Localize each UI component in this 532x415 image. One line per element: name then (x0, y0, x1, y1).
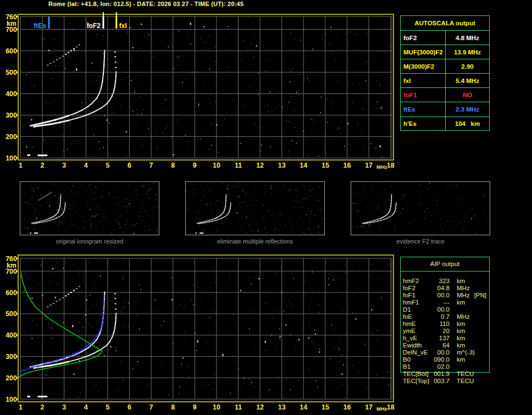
svg-text:fxI: fxI (119, 22, 127, 30)
top-ionogram-plot: 100200300400500600700760km12345678910111… (0, 10, 401, 175)
svg-text:6: 6 (128, 403, 131, 411)
svg-text:500: 500 (5, 310, 17, 318)
autoscala-table-header: AUTOSCALA output (401, 16, 489, 30)
svg-text:3: 3 (62, 162, 66, 169)
svg-text:foF2: foF2 (87, 22, 101, 30)
param-label: h'Es (401, 117, 445, 131)
svg-text:4: 4 (84, 162, 88, 169)
param-value: 64 (431, 342, 450, 348)
param-unit: km (457, 335, 465, 341)
table-row: h_vE 137 km (400, 334, 490, 341)
thumbnail-no-reflections (185, 181, 325, 235)
svg-text:15: 15 (322, 403, 329, 411)
svg-text:500: 500 (5, 69, 17, 76)
param-name: hmE (400, 320, 431, 327)
svg-text:600: 600 (5, 289, 17, 297)
table-row: DelN_vE 00.0 m^(-3) (400, 348, 490, 356)
svg-text:8: 8 (171, 162, 175, 169)
svg-text:200: 200 (5, 133, 17, 141)
param-value: 5.4 MHz (445, 74, 489, 87)
param-unit: km (457, 342, 465, 348)
svg-text:14: 14 (300, 162, 307, 169)
svg-text:ftEs: ftEs (34, 22, 46, 30)
svg-text:km: km (7, 20, 16, 27)
param-value: 104 km (445, 117, 489, 131)
svg-text:10: 10 (213, 162, 220, 169)
svg-text:400: 400 (5, 331, 17, 339)
autoscala-screen: Rome (lat: +41.8, lon: 012.5) - DATE: 20… (0, 0, 532, 415)
table-row: foF1 00.0 MHz [PN] (400, 291, 490, 298)
svg-text:100: 100 (5, 154, 17, 162)
aip-rows: hmF2 323 km foF2 04.8 MHz foF1 00.0 MHz … (400, 277, 490, 384)
svg-text:5: 5 (106, 162, 109, 169)
table-row: ymE 20 km (400, 327, 490, 334)
svg-text:100: 100 (5, 396, 17, 403)
table-row: MUF(3000)F2 13.9 MHz (401, 45, 489, 59)
svg-text:9: 9 (193, 403, 197, 411)
aip-table-header: AIP output (400, 257, 490, 272)
svg-text:6: 6 (128, 162, 131, 169)
param-name: TEC[Top] (400, 378, 431, 384)
svg-text:600: 600 (5, 47, 17, 55)
table-row: B0 090.0 km (400, 356, 490, 363)
svg-text:3: 3 (62, 403, 66, 411)
table-row: TEC[Bot] 001.9 TECU (400, 370, 490, 377)
svg-text:8: 8 (171, 403, 175, 411)
param-name: hmF2 (400, 278, 431, 284)
page-title: Rome (lat: +41.8, lon: 012.5) - DATE: 20… (48, 1, 243, 7)
param-unit: km (457, 278, 465, 284)
svg-text:11: 11 (235, 162, 242, 169)
thumbnail-f2-trace (351, 181, 490, 235)
svg-text:1: 1 (19, 403, 23, 411)
table-row: fxI 5.4 MHz (401, 73, 489, 87)
param-unit: km (457, 356, 465, 363)
svg-text:MHz: MHz (376, 164, 387, 170)
svg-text:300: 300 (5, 353, 17, 361)
table-row: M(3000)F2 2.90 (401, 59, 489, 73)
param-value: 137 (431, 335, 450, 341)
table-row: TEC[Top] 003.7 TECU (400, 377, 490, 384)
param-value: --- (431, 299, 450, 306)
svg-text:2: 2 (41, 162, 45, 169)
svg-text:4: 4 (84, 403, 88, 411)
param-name: Ewidth (400, 342, 431, 348)
param-name: B0 (400, 356, 431, 363)
svg-text:17: 17 (365, 403, 373, 411)
param-value: 02.0 (431, 363, 450, 370)
param-value: 20 (431, 328, 450, 334)
param-unit: MHz (457, 292, 470, 298)
aip-table: AIP output hmF2 323 km foF2 04.8 MHz foF… (400, 257, 490, 388)
table-row: foE 0.7 MHz (400, 313, 490, 320)
param-name: D1 (400, 306, 431, 313)
param-value: 00.0 (431, 292, 450, 298)
param-value: NO (445, 88, 489, 102)
table-row: D1 00.0 (400, 306, 490, 313)
svg-text:14: 14 (300, 403, 307, 411)
svg-text:15: 15 (322, 162, 329, 169)
param-value: 323 (431, 278, 450, 284)
param-name: foE (400, 313, 431, 320)
param-name: hmF1 (400, 299, 431, 306)
table-row: foF2 4.8 MHz (401, 30, 489, 45)
svg-text:1: 1 (19, 162, 23, 169)
param-value: 2.90 (445, 59, 489, 73)
svg-text:km: km (7, 262, 16, 269)
svg-text:18: 18 (387, 162, 395, 169)
param-name: B1 (400, 363, 431, 370)
svg-text:200: 200 (5, 374, 17, 382)
svg-text:11: 11 (235, 403, 242, 411)
svg-text:2: 2 (41, 403, 45, 411)
param-value: 13.9 MHz (445, 45, 489, 59)
svg-text:16: 16 (343, 403, 351, 411)
param-name: ymE (400, 328, 431, 334)
table-row: Ewidth 64 km (400, 341, 490, 348)
svg-text:12: 12 (256, 162, 264, 169)
svg-text:13: 13 (278, 162, 286, 169)
param-value: 04.8 (431, 285, 450, 291)
param-value: 110 (431, 320, 450, 327)
param-value: 2.3 MHz (445, 102, 489, 116)
svg-text:5: 5 (106, 403, 109, 411)
table-row: foF2 04.8 MHz (400, 284, 490, 291)
table-row: hmE 110 km (400, 320, 490, 327)
table-row: hmF2 323 km (400, 277, 490, 284)
